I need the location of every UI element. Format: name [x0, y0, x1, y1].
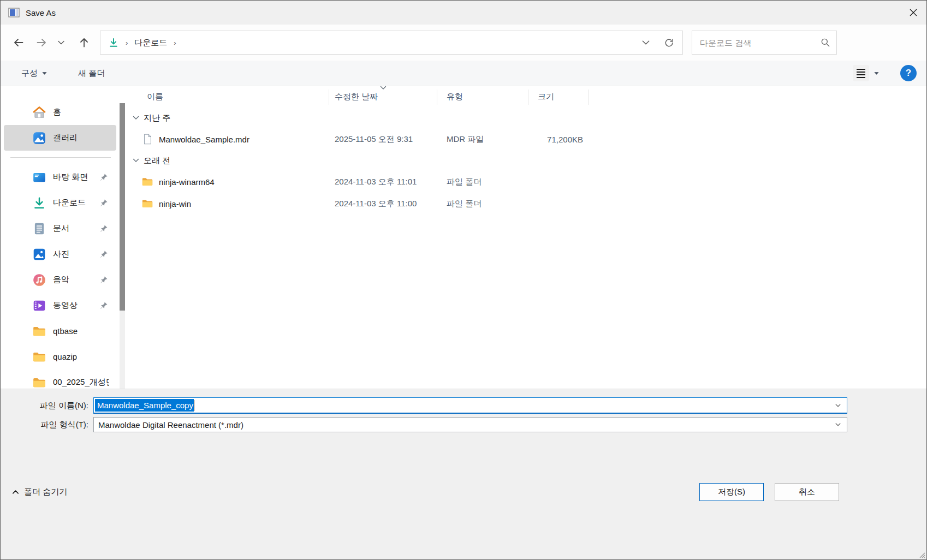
file-row[interactable]: ninja-winarm64 2024-11-03 오후 11:01 파일 폴더 [127, 171, 926, 193]
back-button[interactable] [7, 31, 30, 54]
sidebar-item-label: 홈 [53, 107, 61, 117]
folder-icon [32, 350, 46, 364]
refresh-button[interactable] [657, 32, 680, 53]
resize-grip[interactable] [917, 550, 925, 558]
chevron-down-icon [57, 38, 66, 47]
sidebar-item-home[interactable]: 홈 [4, 99, 116, 125]
pin-icon [99, 301, 109, 311]
file-name: ninja-winarm64 [159, 177, 215, 187]
filetype-label: 파일 형식(T): [1, 420, 93, 430]
file-type: 파일 폴더 [437, 199, 528, 209]
desktop-icon [32, 170, 46, 184]
sidebar-item-label: 음악 [53, 275, 69, 285]
pin-icon [99, 249, 109, 259]
sidebar-item-downloads[interactable]: 다운로드 [4, 190, 116, 216]
search-box [692, 31, 837, 55]
pin-icon [99, 224, 109, 234]
save-panel: 파일 이름(N): Manwoldae_Sample_copy 파일 형식(T)… [1, 389, 926, 559]
file-group-header[interactable]: 오래 전 [127, 150, 926, 171]
file-rows: 지난 주 Manwoldae_Sample.mdr 2025-11-05 오전 … [127, 108, 926, 389]
sidebar-item-gallery[interactable]: 갤러리 [4, 125, 116, 151]
column-header-size[interactable]: 크기 [528, 90, 589, 105]
up-button[interactable] [73, 31, 96, 54]
hide-folders-label: 폴더 숨기기 [24, 487, 67, 497]
sidebar-item-label: 사진 [53, 249, 69, 259]
sidebar-item-folder[interactable]: quazip [4, 344, 116, 370]
pin-icon [99, 275, 109, 285]
dropdown-caret-icon [873, 70, 880, 76]
forward-button[interactable] [30, 31, 53, 54]
breadcrumb-folder[interactable]: 다운로드 [133, 37, 168, 49]
new-folder-label: 새 폴더 [78, 68, 105, 79]
hide-folders-button[interactable]: 폴더 숨기기 [11, 487, 67, 497]
filename-input[interactable]: Manwoldae_Sample_copy [93, 397, 847, 414]
folder-icon [141, 176, 153, 188]
save-as-dialog: Save As › 다운로드 › [0, 0, 927, 560]
file-icon [141, 133, 153, 145]
previous-locations-button[interactable] [634, 32, 657, 53]
sidebar-item-desktop[interactable]: 바탕 화면 [4, 164, 116, 190]
sidebar-scrollbar[interactable] [120, 103, 125, 409]
file-list: 이름 수정한 날짜 유형 크기 지난 주 Manwoldae_Sample.md… [127, 86, 926, 389]
command-toolbar: 구성 새 폴더 ? [1, 61, 926, 86]
sidebar-item-label: 문서 [53, 223, 69, 234]
sidebar-item-label: qtbase [53, 326, 78, 336]
search-icon [820, 37, 831, 48]
chevron-down-icon[interactable] [834, 402, 842, 409]
downloads-icon [32, 196, 46, 210]
file-name: Manwoldae_Sample.mdr [159, 135, 249, 144]
recent-locations-button[interactable] [53, 31, 69, 54]
sidebar-item-pictures[interactable]: 사진 [4, 241, 116, 267]
file-row[interactable]: Manwoldae_Sample.mdr 2025-11-05 오전 9:31 … [127, 128, 926, 150]
chevron-down-icon [641, 38, 651, 47]
folder-icon [32, 324, 46, 338]
sidebar-item-folder[interactable]: qtbase [4, 318, 116, 344]
file-date: 2024-11-03 오후 11:00 [329, 199, 437, 209]
sidebar-item-music[interactable]: 음악 [4, 267, 116, 293]
scrollbar-thumb[interactable] [120, 103, 125, 311]
help-button[interactable]: ? [900, 65, 917, 81]
column-header-date[interactable]: 수정한 날짜 [329, 90, 437, 105]
organize-label: 구성 [21, 68, 38, 79]
save-button[interactable]: 저장(S) [699, 483, 764, 501]
chevron-up-icon [11, 488, 20, 496]
folder-icon [141, 198, 153, 210]
file-date: 2025-11-05 오전 9:31 [329, 134, 437, 145]
file-size: 71,200KB [528, 135, 589, 144]
breadcrumb-separator[interactable]: › [174, 39, 176, 47]
sidebar-item-documents[interactable]: 문서 [4, 216, 116, 241]
navigation-pane: 홈 갤러리 바탕 화면 다운로드 문서 사진 음악 동영상 qtbase qua… [1, 86, 127, 389]
filetype-select[interactable]: Manwoldae Digital Reenactment (*.mdr) [93, 417, 847, 432]
sidebar-item-label: 갤러리 [53, 133, 78, 143]
chevron-down-icon[interactable] [834, 421, 842, 428]
downloads-icon [108, 37, 119, 48]
column-header-type[interactable]: 유형 [437, 90, 528, 105]
filetype-value: Manwoldae Digital Reenactment (*.mdr) [98, 420, 243, 430]
pictures-icon [32, 247, 46, 261]
documents-icon [32, 222, 46, 236]
search-input[interactable] [700, 38, 820, 47]
cancel-button[interactable]: 취소 [775, 483, 839, 501]
sidebar-item-label: 바탕 화면 [53, 172, 88, 182]
sidebar-item-label: 00_2025_개성만 [53, 377, 109, 388]
close-icon [909, 8, 918, 17]
title-bar: Save As [1, 1, 926, 25]
change-view-button[interactable] [853, 65, 880, 81]
organize-button[interactable]: 구성 [17, 65, 52, 82]
sidebar-item-videos[interactable]: 동영상 [4, 293, 116, 318]
file-type: 파일 폴더 [437, 177, 528, 187]
sort-indicator-icon [379, 83, 387, 92]
arrow-right-icon [35, 36, 48, 49]
chevron-down-icon [132, 114, 140, 122]
folder-icon [32, 376, 46, 390]
address-bar[interactable]: › 다운로드 › [100, 31, 683, 55]
arrow-up-icon [78, 36, 91, 49]
new-folder-button[interactable]: 새 폴더 [74, 65, 109, 82]
file-row[interactable]: ninja-win 2024-11-03 오후 11:00 파일 폴더 [127, 193, 926, 215]
text-caret [194, 400, 195, 411]
music-icon [32, 273, 46, 287]
details-view-icon [853, 65, 869, 81]
file-group-header[interactable]: 지난 주 [127, 108, 926, 128]
column-header-name[interactable]: 이름 [127, 90, 329, 105]
close-button[interactable] [900, 1, 926, 25]
